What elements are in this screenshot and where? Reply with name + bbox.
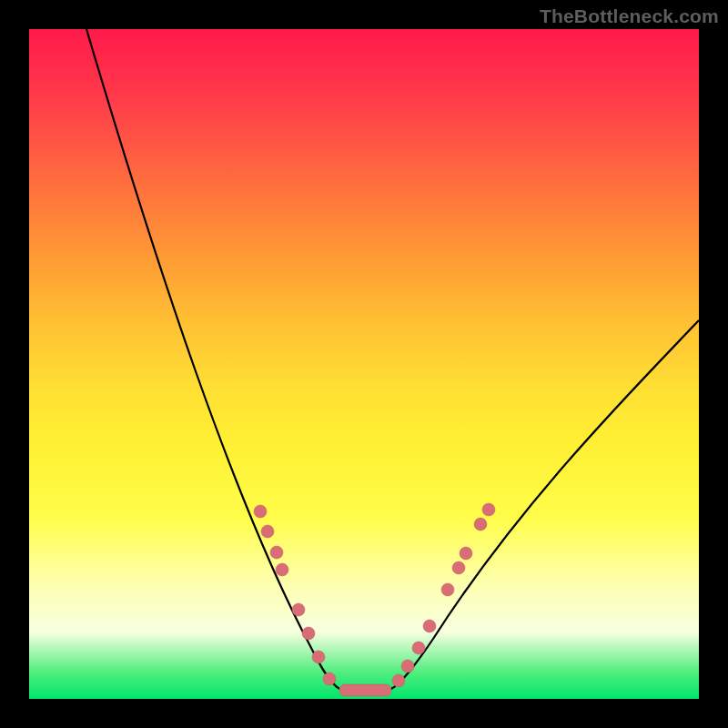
marker-left-4 xyxy=(292,603,305,616)
marker-right-8 xyxy=(482,503,495,516)
chart-frame: TheBottleneck.com xyxy=(0,0,728,728)
marker-left-0 xyxy=(254,505,267,518)
marker-right-7 xyxy=(474,518,487,531)
curve-left xyxy=(86,29,339,689)
marker-right-6 xyxy=(460,547,472,560)
flat-bottom-bar xyxy=(339,684,391,696)
marker-right-2 xyxy=(412,642,425,654)
marker-right-0 xyxy=(392,674,405,687)
marker-right-3 xyxy=(423,620,436,632)
watermark-text: TheBottleneck.com xyxy=(540,5,719,27)
chart-gradient-area xyxy=(29,29,699,699)
curve-right xyxy=(391,320,699,689)
marker-left-6 xyxy=(312,651,325,663)
marker-right-1 xyxy=(401,660,414,672)
chart-svg xyxy=(29,29,699,699)
marker-left-3 xyxy=(276,563,288,576)
marker-right-5 xyxy=(452,561,465,574)
marker-right-4 xyxy=(441,583,454,596)
marker-left-5 xyxy=(302,627,315,640)
marker-left-1 xyxy=(261,525,274,538)
marker-left-2 xyxy=(270,546,283,559)
marker-left-7 xyxy=(323,672,336,685)
